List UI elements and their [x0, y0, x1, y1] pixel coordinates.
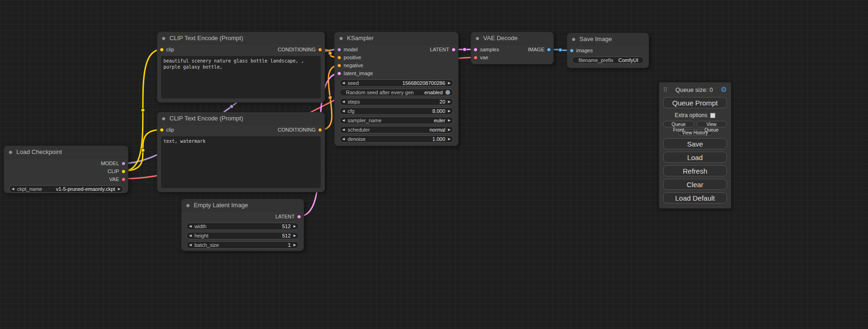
output-port-conditioning[interactable] [318, 128, 322, 132]
view-queue-button[interactable]: View Queue [696, 121, 727, 127]
widget-seed[interactable]: ◀ seed 156680208700286 ▶ [339, 79, 453, 87]
toggle-dot-icon[interactable] [445, 90, 450, 95]
input-port-clip[interactable] [160, 128, 164, 132]
node-title: Load Checkpoint [16, 148, 62, 155]
right-arrow-icon[interactable]: ▶ [448, 126, 451, 133]
node-title-bar[interactable]: Load Checkpoint [4, 146, 128, 158]
widget-height[interactable]: ◀ height 512 ▶ [186, 232, 299, 239]
input-port-negative[interactable] [337, 63, 341, 68]
left-arrow-icon[interactable]: ◀ [189, 242, 191, 248]
node-title-bar[interactable]: Save Image [567, 33, 649, 45]
collapse-dot-icon[interactable] [162, 117, 166, 121]
left-arrow-icon[interactable]: ◀ [342, 80, 345, 86]
input-port-clip[interactable] [160, 48, 164, 52]
widget-batch-size[interactable]: ◀ batch_size 1 ▶ [186, 241, 299, 249]
node-ksampler[interactable]: KSampler model LATENT positive negative … [334, 32, 459, 146]
refresh-button[interactable]: Refresh [663, 165, 727, 176]
widget-sampler-name[interactable]: ◀ sampler_name euler ▶ [339, 117, 453, 124]
view-history-button[interactable]: View History [678, 129, 713, 136]
prompt-textarea[interactable]: text, watermark [161, 136, 321, 188]
output-port-clip[interactable] [121, 169, 126, 174]
port-row: LATENT [182, 213, 303, 221]
widget-random-seed-toggle[interactable]: Random seed after every gen enabled [339, 89, 453, 96]
load-default-button[interactable]: Load Default [663, 192, 727, 203]
prompt-textarea[interactable]: beautiful scenery nature glass bottle la… [161, 56, 321, 98]
save-button[interactable]: Save [663, 138, 727, 149]
widget-ckpt-name[interactable]: ◀ ckpt_name v1-5-pruned-emaonly.ckpt ▶ [9, 185, 123, 193]
node-title-bar[interactable]: VAE Decode [471, 32, 553, 44]
queue-front-button[interactable]: Queue Front [663, 121, 694, 127]
output-port-latent[interactable] [452, 48, 456, 52]
port-row: samples IMAGE [471, 46, 553, 54]
input-port-images[interactable] [570, 49, 574, 53]
left-arrow-icon[interactable]: ◀ [342, 126, 345, 133]
right-arrow-icon[interactable]: ▶ [294, 223, 296, 230]
widget-steps[interactable]: ◀ steps 20 ▶ [339, 98, 453, 105]
left-arrow-icon[interactable]: ◀ [189, 232, 191, 239]
widget-name: seed [347, 80, 359, 86]
collapse-dot-icon[interactable] [8, 150, 13, 154]
collapse-dot-icon[interactable] [186, 203, 190, 208]
right-arrow-icon[interactable]: ▶ [448, 117, 451, 124]
node-title-bar[interactable]: CLIP Text Encode (Prompt) [157, 32, 325, 44]
node-vae-decode[interactable]: VAE Decode samples IMAGE vae [471, 32, 554, 64]
right-arrow-icon[interactable]: ▶ [448, 98, 451, 105]
extra-options-checkbox[interactable] [710, 113, 715, 118]
widget-name: width [194, 224, 206, 229]
left-arrow-icon[interactable]: ◀ [342, 108, 345, 114]
output-port-conditioning[interactable] [318, 48, 322, 52]
queue-prompt-button[interactable]: Queue Prompt [663, 97, 727, 108]
collapse-dot-icon[interactable] [475, 36, 480, 41]
right-arrow-icon[interactable]: ▶ [294, 242, 296, 248]
input-label-negative: negative [344, 63, 363, 68]
collapse-dot-icon[interactable] [339, 36, 343, 41]
node-title-bar[interactable]: KSampler [335, 32, 458, 44]
load-button[interactable]: Load [663, 152, 727, 163]
port-row: images [567, 47, 649, 55]
node-clip-text-encode-positive[interactable]: CLIP Text Encode (Prompt) clip CONDITION… [157, 32, 325, 103]
right-arrow-icon[interactable]: ▶ [118, 186, 120, 192]
widget-value: 512 [282, 224, 290, 229]
extra-options-label: Extra options [675, 112, 707, 119]
widget-filename-prefix[interactable]: filename_prefix ComfyUI [572, 56, 644, 64]
left-arrow-icon[interactable]: ◀ [12, 186, 14, 192]
queue-size-label: Queue size: 0 [668, 86, 721, 93]
output-port-image[interactable] [547, 48, 551, 52]
left-arrow-icon[interactable]: ◀ [342, 117, 345, 124]
node-title-bar[interactable]: Empty Latent Image [182, 199, 303, 211]
input-port-vae[interactable] [473, 56, 478, 60]
output-port-model[interactable] [121, 161, 126, 166]
widget-value: 512 [282, 233, 290, 238]
output-port-vae[interactable] [121, 177, 126, 182]
right-arrow-icon[interactable]: ▶ [448, 108, 451, 114]
left-arrow-icon[interactable]: ◀ [342, 98, 345, 105]
left-arrow-icon[interactable]: ◀ [189, 223, 191, 230]
node-load-checkpoint[interactable]: Load Checkpoint MODEL CLIP VAE ◀ ckpt_na… [4, 146, 128, 193]
settings-gear-icon[interactable]: ⚙ [721, 85, 727, 94]
clear-button[interactable]: Clear [663, 179, 727, 190]
node-empty-latent-image[interactable]: Empty Latent Image LATENT ◀ width 512 ▶ … [181, 199, 304, 251]
widget-denoise[interactable]: ◀ denoise 1.000 ▶ [339, 135, 453, 143]
input-port-latent-image[interactable] [337, 71, 341, 76]
node-title-bar[interactable]: CLIP Text Encode (Prompt) [157, 112, 325, 125]
output-port-latent[interactable] [297, 215, 301, 219]
right-arrow-icon[interactable]: ▶ [448, 136, 451, 142]
port-row: vae [471, 54, 553, 62]
right-arrow-icon[interactable]: ▶ [448, 80, 451, 86]
node-save-image[interactable]: Save Image images filename_prefix ComfyU… [567, 33, 649, 68]
queue-menu-panel[interactable]: ⠿ Queue size: 0 ⚙ Queue Prompt Extra opt… [659, 82, 731, 209]
collapse-dot-icon[interactable] [162, 36, 166, 41]
widget-width[interactable]: ◀ width 512 ▶ [186, 223, 299, 230]
node-clip-text-encode-negative[interactable]: CLIP Text Encode (Prompt) clip CONDITION… [157, 112, 325, 192]
widget-cfg[interactable]: ◀ cfg 8.000 ▶ [339, 107, 453, 115]
widget-value: 20 [439, 99, 445, 105]
input-port-samples[interactable] [473, 48, 478, 52]
right-arrow-icon[interactable]: ▶ [294, 232, 296, 239]
widget-scheduler[interactable]: ◀ scheduler normal ▶ [339, 126, 453, 133]
left-arrow-icon[interactable]: ◀ [342, 136, 345, 142]
input-port-model[interactable] [337, 48, 341, 52]
collapse-dot-icon[interactable] [572, 37, 576, 42]
comfyui-canvas[interactable]: { "colors": { "model": "#B39DDB", "clip"… [0, 0, 868, 329]
input-port-positive[interactable] [337, 56, 341, 60]
drag-handle-icon[interactable]: ⠿ [663, 86, 668, 93]
